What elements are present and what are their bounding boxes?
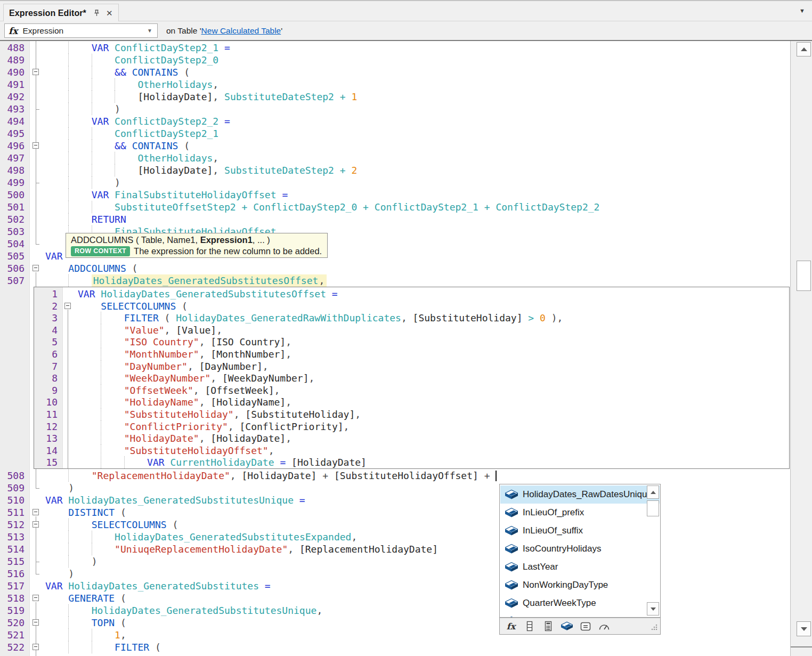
autocomplete-scroll-down-button[interactable] xyxy=(647,602,659,615)
line-number: 490 xyxy=(0,66,25,78)
resize-grip-icon[interactable] xyxy=(650,624,657,631)
code-line[interactable]: 5211, xyxy=(0,629,790,641)
code-line[interactable]: 509) xyxy=(0,482,790,494)
code-line[interactable]: 1VAR HolidayDates_GeneratedSubstitutesOf… xyxy=(34,288,789,300)
code-line[interactable]: 12"ConflictPriority", [ConflictPriority]… xyxy=(34,420,789,433)
code-line[interactable]: 517VAR HolidayDates_GeneratedSubstitutes… xyxy=(0,580,790,592)
code-editor[interactable]: 488VAR ConflictDayStep2_1 =489ConflictDa… xyxy=(0,41,790,656)
code-line[interactable]: 515) xyxy=(0,555,790,568)
autocomplete-item[interactable]: IsoCountryHolidays xyxy=(500,540,660,558)
code-line[interactable]: 506ADDCOLUMNS ( xyxy=(0,262,790,274)
kpis-filter-icon[interactable] xyxy=(598,620,610,632)
code-line[interactable]: 490&& CONTAINS ( xyxy=(0,66,790,78)
columns-filter-icon[interactable] xyxy=(524,620,535,632)
code-text: HolidayDates_GeneratedSubstitutesUnique, xyxy=(92,604,322,617)
scroll-thumb[interactable] xyxy=(797,261,811,291)
pin-icon[interactable] xyxy=(93,9,101,17)
calculated-columns-filter-icon[interactable] xyxy=(542,620,554,632)
code-line[interactable]: 488VAR ConflictDayStep2_1 = xyxy=(0,42,790,54)
code-line[interactable]: 489ConflictDayStep2_0 xyxy=(0,54,790,66)
triangle-up-icon xyxy=(801,47,807,51)
code-line[interactable]: 502RETURN xyxy=(0,213,790,225)
code-line[interactable]: 516) xyxy=(0,568,790,580)
code-line[interactable]: 496&& CONTAINS ( xyxy=(0,140,790,152)
fold-toggle[interactable] xyxy=(33,69,39,75)
tab-expression-editor[interactable]: Expression Editor* ✕ xyxy=(3,4,119,22)
autocomplete-item[interactable]: InLieuOf_suffix xyxy=(500,522,660,540)
code-token: [SubstituteHoliday] xyxy=(245,409,355,420)
code-text: VAR HolidayDates_GeneratedSubstitutesUni… xyxy=(45,494,305,506)
code-line[interactable]: 500VAR FinalSubstituteHolidayOffset = xyxy=(0,189,790,201)
code-line[interactable]: 14"SubstituteHolidayOffset", xyxy=(34,444,789,457)
code-token: , xyxy=(351,531,357,542)
code-line[interactable]: 494VAR ConflictDayStep2_2 = xyxy=(0,115,790,127)
measures-filter-icon[interactable] xyxy=(580,620,591,632)
autocomplete-scroll-thumb[interactable] xyxy=(647,500,659,516)
code-token: ( xyxy=(167,519,178,530)
line-number: 503 xyxy=(0,225,25,238)
code-line[interactable]: 491OtherHolidays, xyxy=(0,78,790,91)
line-number: 4 xyxy=(34,324,58,336)
code-line[interactable]: 5"ISO Country", [ISO Country], xyxy=(34,336,789,348)
tables-filter-icon[interactable] xyxy=(561,620,573,632)
expression-selector[interactable]: fx Expression ▼ xyxy=(4,23,158,38)
code-line[interactable]: 512SELECTCOLUMNS ( xyxy=(0,519,790,531)
code-line[interactable]: 2SELECTCOLUMNS ( xyxy=(34,300,789,312)
close-icon[interactable]: ✕ xyxy=(106,9,113,18)
code-line[interactable]: 13"HolidayDate", [HolidayDate], xyxy=(34,432,789,444)
code-token: + xyxy=(334,165,352,176)
code-line[interactable]: 499) xyxy=(0,176,790,189)
table-link[interactable]: New Calculated Table xyxy=(201,26,281,35)
line-number: 2 xyxy=(34,300,58,312)
autocomplete-item[interactable] xyxy=(500,612,660,618)
vertical-scrollbar[interactable] xyxy=(790,41,812,656)
code-line[interactable]: 510VAR HolidayDates_GeneratedSubstitutes… xyxy=(0,494,790,506)
nested-expression-editor[interactable]: 1VAR HolidayDates_GeneratedSubstitutesOf… xyxy=(34,287,790,469)
autocomplete-item[interactable]: NonWorkingDayType xyxy=(500,576,660,594)
scroll-down-button[interactable] xyxy=(797,621,811,636)
code-line[interactable]: 501SubstituteOffsetStep2 + ConflictDaySt… xyxy=(0,201,790,213)
code-line[interactable]: 6"MonthNumber", [MonthNumber], xyxy=(34,348,789,360)
code-line[interactable]: 518GENERATE ( xyxy=(0,592,790,604)
code-line[interactable]: 3FILTER ( HolidayDates_GeneratedRawWithD… xyxy=(34,312,789,324)
panel-menu-dropdown-icon[interactable]: ▼ xyxy=(799,7,805,14)
autocomplete-item[interactable]: InLieuOf_prefix xyxy=(500,504,660,522)
autocomplete-item[interactable]: HolidayDates_RawDatesUniqu xyxy=(500,485,660,504)
fold-toggle[interactable] xyxy=(33,644,39,650)
scroll-up-button[interactable] xyxy=(797,42,811,56)
code-line[interactable]: 4"Value", [Value], xyxy=(34,324,789,336)
fold-toggle[interactable] xyxy=(33,142,39,149)
code-line[interactable]: 11"SubstituteHoliday", [SubstituteHolida… xyxy=(34,408,789,420)
functions-filter-icon[interactable]: fx xyxy=(505,620,517,632)
code-line[interactable]: 8"WeekDayNumber", [WeekDayNumber], xyxy=(34,372,789,384)
fold-toggle[interactable] xyxy=(64,303,71,309)
code-line[interactable]: 513HolidayDates_GeneratedSubstitutesExpa… xyxy=(0,531,790,543)
fold-toggle[interactable] xyxy=(33,509,39,515)
code-line[interactable]: 507HolidayDates_GeneratedSubstitutesOffs… xyxy=(0,274,790,287)
code-line[interactable]: 511DISTINCT ( xyxy=(0,506,790,519)
code-line[interactable]: 514"UniuqeReplacementHolidayDate", [Repl… xyxy=(0,543,790,555)
code-line[interactable]: 7"DayNumber", [DayNumber], xyxy=(34,360,789,372)
code-line[interactable]: 508"ReplacementHolidayDate", [HolidayDat… xyxy=(0,469,790,482)
code-line[interactable]: 520TOPN ( xyxy=(0,617,790,629)
fold-toggle[interactable] xyxy=(33,595,39,601)
fold-toggle[interactable] xyxy=(33,619,39,626)
autocomplete-item[interactable]: LastYear xyxy=(500,558,660,576)
fold-toggle[interactable] xyxy=(33,265,39,271)
code-line[interactable]: 15VAR CurrentHolidayDate = [HolidayDate] xyxy=(34,456,789,468)
autocomplete-list[interactable]: QuarterWeekTypeNonWorkingDayTypeLastYear… xyxy=(499,484,661,618)
code-line[interactable]: 519HolidayDates_GeneratedSubstitutesUniq… xyxy=(0,604,790,617)
code-line[interactable]: 498[HolidayDate], SubstituteDateStep2 + … xyxy=(0,164,790,176)
autocomplete-scroll-up-button[interactable] xyxy=(647,485,659,499)
code-line[interactable]: 10"HolidayName", [HolidayName], xyxy=(34,396,789,408)
code-token: + xyxy=(334,91,352,102)
code-line[interactable]: 522FILTER ( xyxy=(0,641,790,653)
code-line[interactable]: 493) xyxy=(0,103,790,115)
code-token: = xyxy=(332,288,338,299)
autocomplete-item[interactable]: QuarterWeekType xyxy=(500,594,660,612)
code-line[interactable]: 497OtherHolidays, xyxy=(0,152,790,164)
code-line[interactable]: 492[HolidayDate], SubstituteDateStep2 + … xyxy=(0,91,790,103)
fold-toggle[interactable] xyxy=(33,521,39,528)
code-line[interactable]: 495ConflictDayStep2_1 xyxy=(0,127,790,140)
code-line[interactable]: 9"OffsetWeek", [OffsetWeek], xyxy=(34,384,789,396)
